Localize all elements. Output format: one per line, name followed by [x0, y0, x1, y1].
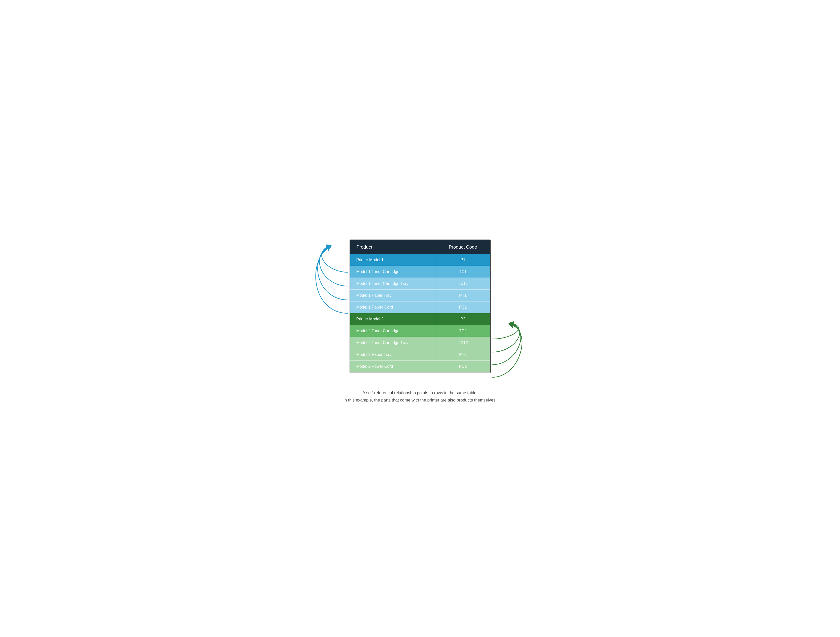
- table-row: Model 1 Toner Cartridge TrayTCT1: [350, 278, 490, 289]
- code-cell: PC1: [436, 301, 490, 313]
- product-cell: Printer Model 1: [350, 254, 436, 266]
- code-cell: TCT1: [436, 278, 490, 289]
- product-cell: Model 2 Power Cord: [350, 360, 436, 372]
- product-table: Product Product Code Printer Model 1P1Mo…: [350, 240, 490, 372]
- product-cell: Model 1 Power Cord: [350, 301, 436, 313]
- product-cell: Model 2 Paper Tray: [350, 348, 436, 360]
- code-cell: TC2: [436, 325, 490, 337]
- product-cell: Model 1 Toner Cartridge: [350, 266, 436, 278]
- table-row: Model 2 Paper TrayPT2: [350, 348, 490, 360]
- caption-line2: In this example, the parts that come wit…: [343, 398, 496, 402]
- header-product: Product: [350, 240, 436, 254]
- caption-line1: A self-referential relationship points t…: [362, 390, 478, 395]
- main-container: Product Product Code Printer Model 1P1Mo…: [307, 233, 534, 404]
- product-cell: Model 2 Toner Cartridge: [350, 325, 436, 337]
- code-cell: P2: [436, 313, 490, 325]
- table-row: Printer Model 2P2: [350, 313, 490, 325]
- code-cell: P1: [436, 254, 490, 266]
- table-row: Model 1 Paper TrayPT1: [350, 289, 490, 301]
- code-cell: PC2: [436, 360, 490, 372]
- green-arrows-svg: [491, 233, 534, 379]
- code-cell: TCT2: [436, 337, 490, 348]
- product-cell: Model 1 Toner Cartridge Tray: [350, 278, 436, 289]
- right-arrows: [491, 233, 536, 379]
- table-row: Model 1 Toner CartridgeTC1: [350, 266, 490, 278]
- header-code: Product Code: [436, 240, 490, 254]
- table-row: Model 2 Toner Cartridge TrayTCT2: [350, 337, 490, 348]
- code-cell: TC1: [436, 266, 490, 278]
- blue-arrows-svg: [307, 233, 350, 379]
- code-cell: PT1: [436, 289, 490, 301]
- diagram-area: Product Product Code Printer Model 1P1Mo…: [307, 233, 534, 379]
- table-row: Model 2 Toner CartridgeTC2: [350, 325, 490, 337]
- caption: A self-referential relationship points t…: [343, 389, 496, 404]
- product-cell: Model 1 Paper Tray: [350, 289, 436, 301]
- code-cell: PT2: [436, 348, 490, 360]
- table-row: Printer Model 1P1: [350, 254, 490, 266]
- table-wrapper: Product Product Code Printer Model 1P1Mo…: [350, 240, 491, 373]
- table-row: Model 1 Power CordPC1: [350, 301, 490, 313]
- table-row: Model 2 Power CordPC2: [350, 360, 490, 372]
- product-cell: Printer Model 2: [350, 313, 436, 325]
- product-cell: Model 2 Toner Cartridge Tray: [350, 337, 436, 348]
- left-arrows: [304, 233, 350, 379]
